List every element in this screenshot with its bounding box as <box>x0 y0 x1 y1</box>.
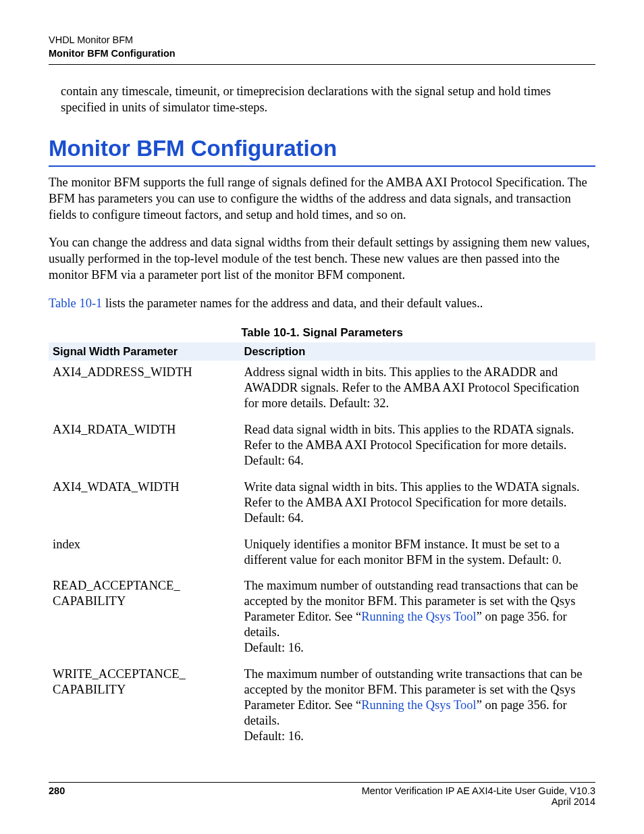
table-caption: Table 10-1. Signal Parameters <box>49 326 595 340</box>
paragraph-3: Table 10-1 lists the parameter names for… <box>49 296 595 312</box>
table-row: WRITE_ACCEPTANCE_ CAPABILITY The maximum… <box>49 662 595 751</box>
paragraph-2: You can change the address and data sign… <box>49 235 595 283</box>
qsys-tool-link[interactable]: Running the Qsys Tool <box>361 698 477 712</box>
param-desc: The maximum number of outstanding write … <box>240 662 596 751</box>
param-desc: Address signal width in bits. This appli… <box>240 361 596 418</box>
param-desc: Read data signal width in bits. This app… <box>240 418 596 475</box>
page-header: VHDL Monitor BFM Monitor BFM Configurati… <box>49 34 595 65</box>
header-line-1: VHDL Monitor BFM <box>49 34 595 47</box>
section-title: Monitor BFM Configuration <box>49 136 595 161</box>
page-footer: 280 Mentor Verification IP AE AXI4-Lite … <box>49 782 595 807</box>
table-header-parameter: Signal Width Parameter <box>49 342 240 361</box>
param-desc: Uniquely identifies a monitor BFM instan… <box>240 533 596 575</box>
table-row: AXI4_WDATA_WIDTH Write data signal width… <box>49 475 595 533</box>
table-reference-link[interactable]: Table 10-1 <box>49 296 102 310</box>
intro-paragraph: contain any timescale, timeunit, or time… <box>61 84 595 115</box>
signal-parameters-table: Signal Width Parameter Description AXI4_… <box>49 342 595 751</box>
title-rule <box>49 165 595 167</box>
table-header-description: Description <box>240 342 596 361</box>
table-row: AXI4_RDATA_WIDTH Read data signal width … <box>49 418 595 475</box>
param-name: AXI4_ADDRESS_WIDTH <box>49 361 240 418</box>
footer-guide-name: Mentor Verification IP AE AXI4-Lite User… <box>362 785 595 796</box>
table-row: AXI4_ADDRESS_WIDTH Address signal width … <box>49 361 595 418</box>
footer-right: Mentor Verification IP AE AXI4-Lite User… <box>362 785 595 807</box>
page-number: 280 <box>49 785 65 796</box>
param-desc: Write data signal width in bits. This ap… <box>240 475 596 533</box>
qsys-tool-link[interactable]: Running the Qsys Tool <box>361 610 477 623</box>
table-row: READ_ACCEPTANCE_ CAPABILITY The maximum … <box>49 574 595 662</box>
param-desc: The maximum number of outstanding read t… <box>240 574 596 662</box>
param-name: index <box>49 533 240 575</box>
param-name: AXI4_RDATA_WIDTH <box>49 418 240 475</box>
header-line-2: Monitor BFM Configuration <box>49 47 595 61</box>
param-name: AXI4_WDATA_WIDTH <box>49 475 240 533</box>
param-name: WRITE_ACCEPTANCE_ CAPABILITY <box>49 662 240 751</box>
table-row: index Uniquely identifies a monitor BFM … <box>49 533 595 575</box>
param-name: READ_ACCEPTANCE_ CAPABILITY <box>49 574 240 662</box>
footer-date: April 2014 <box>362 796 595 807</box>
paragraph-3-rest: lists the parameter names for the addres… <box>102 296 483 310</box>
paragraph-1: The monitor BFM supports the full range … <box>49 175 595 223</box>
